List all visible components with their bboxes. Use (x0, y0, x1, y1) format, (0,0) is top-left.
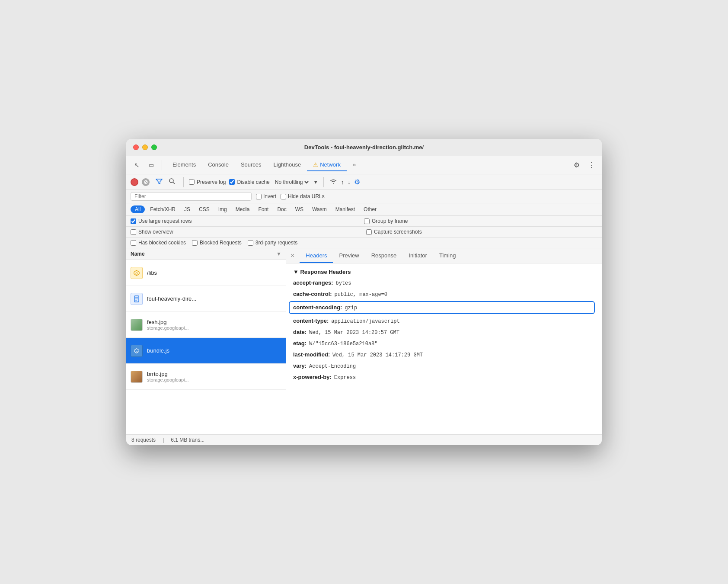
use-large-rows-label[interactable]: Use large request rows (131, 218, 192, 224)
type-btn-doc[interactable]: Doc (274, 205, 290, 213)
invert-checkbox[interactable] (256, 194, 262, 199)
toolbar-sep-2 (183, 177, 184, 187)
type-btn-all[interactable]: All (131, 205, 145, 213)
details-panel: × Headers Preview Response Initiator Tim… (286, 248, 602, 434)
filter-icon-button[interactable] (153, 176, 165, 187)
options-bar-2: Show overview Capture screenshots (126, 227, 602, 237)
throttling-dropdown-icon: ▼ (313, 180, 318, 185)
file-list-header: Name ▼ (126, 248, 286, 260)
network-toolbar: ⊘ Preserve log Disable cache No throttli… (126, 174, 602, 190)
tab-elements[interactable]: Elements (166, 159, 202, 171)
tab-lighthouse[interactable]: Lighthouse (268, 159, 307, 171)
minimize-button[interactable] (142, 144, 148, 150)
type-btn-css[interactable]: CSS (195, 205, 213, 213)
blocked-requests-label[interactable]: Blocked Requests (192, 240, 242, 246)
type-btn-img[interactable]: Img (215, 205, 230, 213)
wifi-svg (329, 178, 338, 185)
list-item[interactable]: brrto.jpg storage.googleapi... (126, 364, 286, 390)
show-overview-checkbox[interactable] (131, 229, 136, 235)
show-overview-label[interactable]: Show overview (131, 229, 173, 235)
more-options-button[interactable]: ⋮ (585, 159, 597, 171)
upload-button[interactable]: ↑ (341, 179, 344, 186)
type-btn-fetch[interactable]: Fetch/XHR (147, 205, 179, 213)
tab-headers[interactable]: Headers (300, 249, 333, 263)
capture-screenshots-checkbox[interactable] (366, 229, 372, 235)
close-details-button[interactable]: × (291, 248, 298, 263)
list-item[interactable]: ◇ /libs (126, 260, 286, 286)
tab-preview[interactable]: Preview (333, 249, 365, 263)
response-headers-title: ▼ Response Headers (293, 269, 595, 275)
type-btn-js[interactable]: JS (181, 205, 194, 213)
header-row: last-modified: Wed, 15 Mar 2023 14:17:29… (293, 350, 595, 359)
file-icon-doc (131, 293, 143, 305)
device-icon: ▭ (149, 162, 154, 168)
capture-screenshots-label[interactable]: Capture screenshots (366, 229, 422, 235)
header-row: date: Wed, 15 Mar 2023 14:20:57 GMT (293, 328, 595, 337)
devtools-window: DevTools - foul-heavenly-direction.glitc… (126, 139, 602, 445)
options-right: Group by frame (364, 218, 597, 224)
use-large-rows-checkbox[interactable] (131, 218, 136, 224)
tab-sources[interactable]: Sources (235, 159, 268, 171)
separator: | (163, 437, 164, 443)
has-blocked-cookies-label[interactable]: Has blocked cookies (131, 240, 186, 246)
filter-input[interactable] (134, 193, 248, 199)
cursor-icon: ↖ (134, 161, 140, 169)
options-left: Use large request rows (131, 218, 364, 224)
search-icon-button[interactable] (166, 176, 178, 187)
tab-initiator[interactable]: Initiator (402, 249, 433, 263)
type-filter-bar: All Fetch/XHR JS CSS Img Media Font Doc … (126, 203, 602, 216)
group-by-frame-label[interactable]: Group by frame (364, 218, 408, 224)
clear-button[interactable]: ⊘ (142, 178, 150, 186)
list-item[interactable]: ⬦ bundle.js (126, 338, 286, 364)
group-by-frame-checkbox[interactable] (364, 218, 370, 224)
tab-network[interactable]: ⚠Network (307, 159, 347, 171)
throttling-select[interactable]: No throttling (273, 179, 310, 186)
type-btn-wasm[interactable]: Wasm (309, 205, 330, 213)
third-party-label[interactable]: 3rd-party requests (248, 240, 297, 246)
third-party-checkbox[interactable] (248, 240, 253, 246)
type-btn-ws[interactable]: WS (292, 205, 307, 213)
download-button[interactable]: ↓ (348, 179, 351, 186)
maximize-button[interactable] (151, 144, 157, 150)
header-row: x-powered-by: Express (293, 373, 595, 382)
tab-console[interactable]: Console (202, 159, 235, 171)
svg-point-0 (169, 179, 173, 183)
device-toggle-button[interactable]: ▭ (145, 159, 157, 171)
tab-response[interactable]: Response (365, 249, 403, 263)
invert-label[interactable]: Invert (256, 193, 276, 199)
disable-cache-label[interactable]: Disable cache (229, 179, 269, 185)
type-btn-manifest[interactable]: Manifest (332, 205, 358, 213)
headers-content: ▼ Response Headers accept-ranges: bytes … (286, 263, 602, 434)
hide-data-urls-checkbox[interactable] (281, 194, 286, 199)
filter-input-wrap (131, 192, 252, 201)
record-button[interactable] (131, 178, 138, 186)
status-bar: 8 requests | 6.1 MB trans... (126, 434, 602, 445)
preserve-log-label[interactable]: Preserve log (189, 179, 226, 185)
hide-data-urls-label[interactable]: Hide data URLs (281, 193, 325, 199)
main-content: Name ▼ ◇ /libs (126, 248, 602, 434)
header-row: accept-ranges: bytes (293, 279, 595, 287)
file-item-info: foul-heavenly-dire... (147, 295, 196, 302)
blocked-requests-checkbox[interactable] (192, 240, 198, 246)
request-count: 8 requests (131, 437, 156, 443)
header-row: content-type: application/javascript (293, 317, 595, 325)
header-row: etag: W/"15cc63-186e5a210a8" (293, 339, 595, 348)
type-btn-media[interactable]: Media (232, 205, 253, 213)
preserve-log-checkbox[interactable] (189, 179, 195, 185)
has-blocked-cookies-checkbox[interactable] (131, 240, 136, 246)
list-item[interactable]: fesh.jpg storage.googleapi... (126, 312, 286, 338)
network-settings-button[interactable]: ⚙ (354, 178, 360, 186)
file-item-info: /libs (147, 270, 157, 276)
file-list: Name ▼ ◇ /libs (126, 248, 286, 434)
tab-more[interactable]: » (347, 159, 362, 171)
svg-text:⬦: ⬦ (136, 349, 137, 352)
disable-cache-checkbox[interactable] (229, 179, 235, 185)
close-button[interactable] (133, 144, 139, 150)
inspector-cursor-button[interactable]: ↖ (131, 159, 143, 171)
settings-button[interactable]: ⚙ (571, 159, 583, 171)
type-btn-other[interactable]: Other (360, 205, 380, 213)
tab-timing[interactable]: Timing (433, 249, 462, 263)
list-item[interactable]: foul-heavenly-dire... (126, 286, 286, 312)
type-btn-font[interactable]: Font (255, 205, 272, 213)
toolbar-separator (162, 160, 162, 170)
